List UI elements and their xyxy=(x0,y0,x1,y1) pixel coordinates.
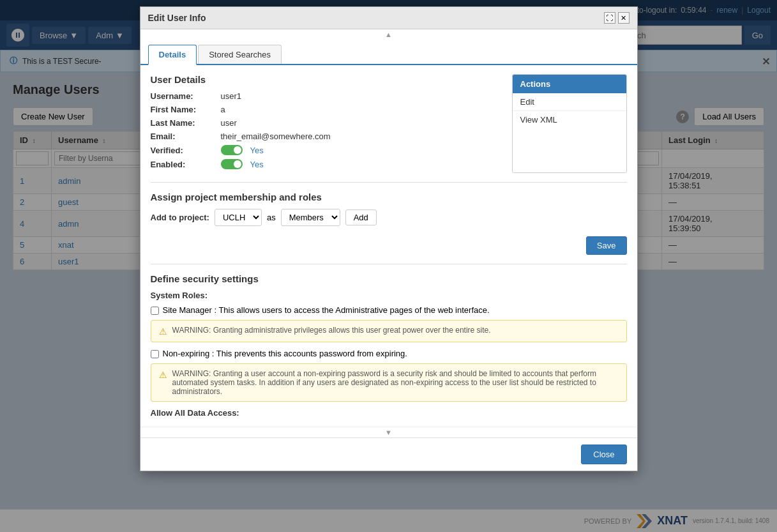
actions-header: Actions xyxy=(513,75,626,93)
security-section-title: Define security settings xyxy=(151,273,627,284)
modal-close-button[interactable]: ✕ xyxy=(618,12,630,24)
site-manager-row: Site Manager : This allows users to acce… xyxy=(151,305,627,315)
save-button[interactable]: Save xyxy=(586,236,627,255)
enabled-row: Enabled: Yes xyxy=(151,159,502,169)
tab-stored-searches[interactable]: Stored Searches xyxy=(198,45,282,64)
username-value: user1 xyxy=(221,91,242,101)
user-details-title: User Details xyxy=(151,74,502,85)
modal-overlay: Edit User Info ⛶ ✕ ▲ Details Stored Sear… xyxy=(0,0,777,532)
tab-details[interactable]: Details xyxy=(148,45,197,65)
verified-label: Verified: xyxy=(151,146,221,155)
non-expiring-warning-box: ⚠ WARNING: Granting a user account a non… xyxy=(151,363,627,402)
non-expiring-row: Non-expiring : This prevents this accoun… xyxy=(151,349,627,358)
tab-bar: Details Stored Searches xyxy=(140,40,637,65)
security-section: Define security settings System Roles: S… xyxy=(151,273,627,418)
action-edit[interactable]: Edit xyxy=(513,93,626,111)
verified-toggle[interactable]: Yes xyxy=(221,145,264,155)
verified-yes-link[interactable]: Yes xyxy=(250,146,264,155)
action-view-xml[interactable]: View XML xyxy=(513,111,626,128)
modal-expand-button[interactable]: ⛶ xyxy=(604,12,615,24)
username-row: Username: user1 xyxy=(151,91,502,101)
actions-dropdown: Actions Edit View XML xyxy=(512,74,627,173)
lastname-row: Last Name: user xyxy=(151,118,502,128)
system-roles-label: System Roles: xyxy=(151,291,627,300)
lastname-label: Last Name: xyxy=(151,118,221,128)
non-expiring-checkbox[interactable] xyxy=(151,350,159,358)
section-divider-1 xyxy=(151,182,627,183)
add-to-project-label: Add to project: xyxy=(151,213,209,222)
verified-row: Verified: Yes xyxy=(151,145,502,155)
site-manager-label: Site Manager : This allows users to acce… xyxy=(163,305,490,315)
site-manager-warning-box: ⚠ WARNING: Granting administrative privi… xyxy=(151,320,627,342)
add-member-button[interactable]: Add xyxy=(345,209,377,225)
modal-header: Edit User Info ⛶ ✕ xyxy=(140,7,637,29)
modal-footer: Close xyxy=(140,437,637,471)
enabled-toggle[interactable]: Yes xyxy=(221,159,264,169)
firstname-row: First Name: a xyxy=(151,105,502,114)
save-row: Save xyxy=(151,234,627,255)
enabled-label: Enabled: xyxy=(151,160,221,169)
non-expiring-warning-text: WARNING: Granting a user account a non-e… xyxy=(172,369,619,396)
scroll-indicator-bottom: ▼ xyxy=(140,427,637,437)
assign-project-title: Assign project membership and roles xyxy=(151,192,627,202)
allow-data-access-label: Allow All Data Access: xyxy=(151,408,627,418)
modal-title: Edit User Info xyxy=(148,13,206,23)
user-details-section: User Details Username: user1 First Name:… xyxy=(151,74,627,173)
enabled-yes-link[interactable]: Yes xyxy=(250,160,264,169)
modal-body: Details Stored Searches User Details Use… xyxy=(140,40,637,427)
modal-content-area: User Details Username: user1 First Name:… xyxy=(140,65,637,427)
section-divider-2 xyxy=(151,264,627,264)
firstname-value: a xyxy=(221,105,225,114)
site-manager-checkbox[interactable] xyxy=(151,307,159,315)
modal-header-buttons: ⛶ ✕ xyxy=(604,12,630,24)
assign-project-row: Add to project: UCLH as Members Add xyxy=(151,209,627,226)
as-label: as xyxy=(267,213,276,222)
email-value: their_email@somewhere.com xyxy=(221,132,331,141)
lastname-value: user xyxy=(221,118,237,128)
modal-close-footer-button[interactable]: Close xyxy=(581,445,626,464)
scroll-indicator-top: ▲ xyxy=(140,29,637,40)
username-label: Username: xyxy=(151,91,221,101)
warning-icon-2: ⚠ xyxy=(159,370,167,380)
project-select[interactable]: UCLH xyxy=(215,209,262,226)
email-row: Email: their_email@somewhere.com xyxy=(151,132,502,141)
firstname-label: First Name: xyxy=(151,105,221,114)
user-details-fields: User Details Username: user1 First Name:… xyxy=(151,74,502,173)
non-expiring-label: Non-expiring : This prevents this accoun… xyxy=(163,349,407,358)
warning-icon: ⚠ xyxy=(159,326,167,337)
edit-user-modal: Edit User Info ⛶ ✕ ▲ Details Stored Sear… xyxy=(140,6,638,471)
site-manager-warning-text: WARNING: Granting administrative privile… xyxy=(172,326,491,335)
email-label: Email: xyxy=(151,132,221,141)
role-select[interactable]: Members xyxy=(281,209,340,226)
